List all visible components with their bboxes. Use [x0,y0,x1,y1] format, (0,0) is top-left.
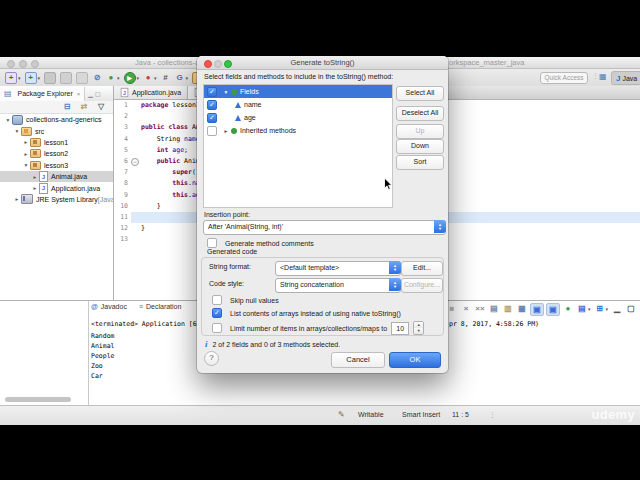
expand-arrow-icon[interactable]: ▾ [22,162,30,168]
configure-button: Configure... [401,278,443,293]
console-output[interactable]: RandomAnimalPeopleZooCar [91,331,114,381]
dropdown-arrows-icon: ▲▼ [434,220,446,233]
list-contents-label: List contents of arrays instead of using… [230,310,401,317]
tree-item-lesson3[interactable]: ▾lesson3 [0,160,113,171]
new-wizard-icon[interactable]: +▾ [4,71,22,84]
tree-item-application-java[interactable]: ▸JApplication.java [0,182,113,193]
dialog-zoom-icon[interactable] [224,60,232,68]
item-checkbox[interactable] [207,126,217,136]
open-console-icon[interactable]: ⊞▾ [593,303,609,314]
tree-item-lesson2[interactable]: ▸lesson2 [0,148,113,159]
item-checkbox[interactable]: ✓ [207,113,217,123]
show-stderr-icon[interactable]: ▣ [546,303,560,316]
list-contents-row: ✓ List contents of arrays instead of usi… [209,308,401,318]
tree-item-lesson1[interactable]: ▸lesson1 [0,137,113,148]
string-format-value: <Default template> [280,264,339,271]
package-explorer-tab[interactable]: ▤ Package Explorer × [0,87,85,101]
console-tab-javadoc[interactable]: @Javadoc [91,303,127,310]
limit-stepper[interactable]: ▲▼ [413,321,424,335]
package-explorer-title: Package Explorer [18,90,73,97]
generate-comments-checkbox[interactable] [207,238,217,248]
code-style-select[interactable]: String concatenation ▲▼ [275,278,401,293]
open-perspective-icon[interactable]: ▦ [599,72,607,81]
insert-mode-status: Smart Insert [402,411,440,418]
expand-arrow-icon[interactable]: ▾ [4,117,12,123]
dialog-close-icon[interactable] [204,60,212,68]
cancel-button[interactable]: Cancel [331,352,385,368]
tree-item-collections-and-generics[interactable]: ▾collections-and-generics [0,114,113,125]
line-number: 3 [114,122,130,133]
list-contents-checkbox[interactable]: ✓ [212,308,222,318]
insertion-point-select[interactable]: After 'Animal(String, int)' ▲▼ [203,220,446,235]
console-output-line: Random [91,331,114,341]
item-checkbox[interactable]: ✓ [207,100,217,110]
limit-items-checkbox[interactable] [212,323,222,333]
pin-console-icon[interactable]: ● [562,303,574,314]
edit-button[interactable]: Edit... [401,261,443,276]
dialog-tree-item-age[interactable]: ✓age [204,111,392,124]
new-java-class-icon[interactable]: +▾ [24,71,42,84]
generate-comments-row: Generate method comments [204,238,314,248]
save-all-icon[interactable] [59,71,73,84]
ok-button[interactable]: OK [389,352,441,368]
dropdown-arrows-icon: ▲▼ [389,261,401,274]
expand-arrow-icon[interactable]: ▸ [22,151,30,157]
print-icon[interactable] [75,71,89,84]
item-checkbox[interactable]: ✓ [207,87,217,97]
editor-tab-application-java[interactable]: JApplication.java [114,86,188,99]
display-selected-console-icon[interactable]: ▤▾ [576,303,592,314]
sort-button[interactable]: Sort [396,155,444,170]
quick-access-input[interactable]: Quick Access [540,72,588,84]
minimize-view-icon[interactable]: ▁ [88,90,93,97]
select-all-button[interactable]: Select All [396,86,444,101]
expand-arrow-icon[interactable]: ▾ [221,89,231,95]
minimize-window-icon[interactable] [19,60,27,68]
remove-launch-icon[interactable]: × [460,303,472,314]
deselect-all-button[interactable]: Deselect All [396,106,444,121]
zoom-window-icon[interactable] [31,60,39,68]
scroll-lock-icon[interactable]: ▥ [502,303,514,314]
dialog-tree-item-fields[interactable]: ✓▾Fields [204,85,392,98]
debug-icon[interactable]: ●▾ [105,71,121,84]
skip-null-checkbox[interactable] [212,295,222,305]
help-button[interactable]: ? [204,351,219,366]
collapse-all-icon[interactable]: ⊟ [61,101,73,114]
horizontal-scrollbar[interactable] [5,397,71,402]
expand-arrow-icon[interactable]: ▸ [13,196,21,202]
expand-arrow-icon[interactable]: ▾ [13,128,21,134]
close-window-icon[interactable] [7,60,15,68]
external-tools-icon[interactable]: ●▾ [142,71,158,84]
dialog-tree-item-name[interactable]: ✓name [204,98,392,111]
maximize-view-icon[interactable]: ▢ [625,303,637,314]
limit-count-field[interactable]: 10 [391,322,409,335]
word-wrap-icon[interactable]: ▦ [516,303,528,314]
skip-all-breakpoints-icon[interactable]: ⊘ [91,71,103,84]
save-icon[interactable] [43,71,57,84]
dialog-tree-item-inherited-methods[interactable]: ▸Inherited methods [204,124,392,137]
expand-arrow-icon[interactable]: ▸ [22,139,30,145]
caret-position: 11 : 5 [452,411,469,418]
maximize-view-icon[interactable]: ▢ [95,90,101,97]
java-perspective-button[interactable]: J Java [611,71,640,85]
console-tab-declaration[interactable]: ≡Declaration [139,303,182,310]
remove-all-launches-icon[interactable]: ×× [474,303,486,314]
down-button[interactable]: Down [396,139,444,154]
view-menu-icon[interactable]: ▽ [95,101,107,114]
new-working-set-icon[interactable]: # [160,71,172,84]
minimize-view-icon[interactable]: ▁ [611,303,623,314]
expand-arrow-icon[interactable]: ▸ [31,174,39,180]
tree-item-jre-system-library[interactable]: ▸JRE System Library [JavaSE- [0,194,113,205]
clear-console-icon[interactable]: ▤ [488,303,500,314]
expand-arrow-icon[interactable]: ▸ [221,128,231,134]
link-with-editor-icon[interactable]: ⇄ [78,101,90,114]
tree-item-label: lesson1 [44,139,68,146]
line-number: 1 [114,100,130,111]
expand-arrow-icon[interactable]: ▸ [31,185,39,191]
coverage-icon[interactable]: G▾ [174,71,190,84]
tree-item-src[interactable]: ▾src [0,125,113,136]
show-stdout-icon[interactable]: ▣ [530,303,544,316]
string-format-select[interactable]: <Default template> ▲▼ [275,261,401,276]
run-icon[interactable]: ▶▾ [123,71,141,84]
close-view-icon[interactable]: × [77,91,81,97]
tree-item-animal-java[interactable]: ▸JAnimal.java [0,171,113,182]
